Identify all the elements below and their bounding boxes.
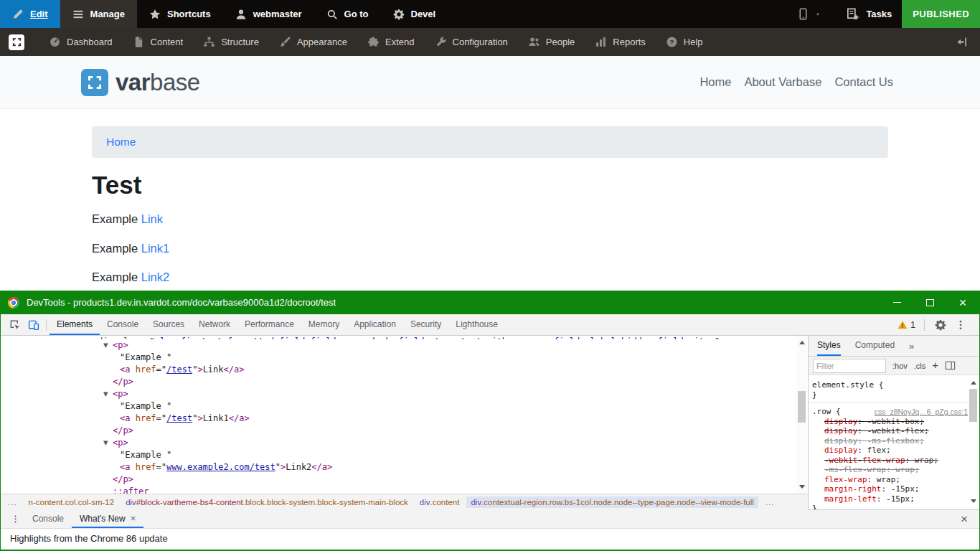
- devtools-tab-network[interactable]: Network: [192, 314, 237, 335]
- inspect-element-button[interactable]: [6, 316, 24, 334]
- minimize-button[interactable]: [880, 291, 913, 314]
- devtools-tab-performance[interactable]: Performance: [237, 314, 301, 335]
- admin-toolbar-item-webmaster[interactable]: webmaster: [223, 0, 314, 28]
- devtools-tab-elements[interactable]: Elements: [50, 314, 100, 335]
- admin-tray-item-structure[interactable]: Structure: [193, 28, 269, 56]
- admin-tray-item-help[interactable]: ?Help: [656, 28, 713, 56]
- devtools-tab-sources[interactable]: Sources: [146, 314, 192, 335]
- style-property[interactable]: flex-wrap: wrap;: [812, 475, 969, 485]
- site-nav-link-contact-us[interactable]: Contact Us: [834, 75, 893, 89]
- breadcrumb-home-link[interactable]: Home: [106, 136, 136, 149]
- dom-tree-line[interactable]: "Example ": [1, 352, 808, 364]
- devtools-tab-lighthouse[interactable]: Lighthouse: [448, 314, 505, 335]
- admin-tray-item-appearance[interactable]: Appearance: [269, 28, 357, 56]
- style-property[interactable]: display: -webkit-flex;: [812, 426, 969, 436]
- styles-sidebar-tab-computed[interactable]: Computed: [855, 336, 895, 356]
- styles-sidebar-tab-styles[interactable]: Styles: [817, 336, 841, 356]
- drawer-menu-button[interactable]: [6, 510, 24, 528]
- dom-crumb[interactable]: div.content: [415, 496, 464, 508]
- dom-crumb[interactable]: div.contextual-region.row.bs-1col.node.n…: [466, 496, 758, 508]
- scroll-down-arrow[interactable]: [968, 496, 979, 507]
- kebab-menu-icon: [11, 514, 20, 524]
- paragraph-link-link2[interactable]: Link2: [141, 270, 169, 283]
- content-paragraph: Example Link1: [92, 241, 169, 255]
- admin-toolbar-item-devel[interactable]: Devel: [381, 0, 448, 28]
- toggle-element-classes-button[interactable]: .cls: [914, 362, 926, 370]
- scroll-up-arrow[interactable]: [796, 337, 807, 348]
- toggle-pseudo-classes-button[interactable]: :hov: [892, 362, 908, 370]
- style-property[interactable]: margin-right: -15px;: [812, 484, 969, 494]
- paragraph-link-link1[interactable]: Link1: [141, 242, 169, 255]
- toggle-device-toolbar-button[interactable]: [24, 316, 43, 334]
- close-tab-icon[interactable]: [131, 513, 136, 524]
- site-logo[interactable]: varbase: [81, 69, 200, 96]
- dom-crumb[interactable]: ...: [4, 496, 22, 508]
- site-nav-link-home[interactable]: Home: [699, 75, 731, 89]
- styles-scrollbar[interactable]: [968, 376, 979, 508]
- devtools-menu-button[interactable]: [953, 316, 968, 334]
- new-style-rule-button[interactable]: +: [932, 359, 938, 370]
- more-tabs-chevron[interactable]: »: [909, 336, 914, 356]
- dom-tree-line[interactable]: "Example ": [1, 400, 808, 413]
- devtools-titlebar[interactable]: DevTools - products1.dev.in.vardot.com/d…: [1, 291, 979, 314]
- dom-tree-line[interactable]: <a href="/test">Link1</a>: [1, 413, 808, 425]
- devtools-tab-memory[interactable]: Memory: [301, 314, 347, 335]
- collapse-tray-button[interactable]: [943, 28, 980, 56]
- dom-tree-line[interactable]: </p>: [1, 376, 808, 388]
- admin-toolbar-item-label: Shortcuts: [167, 9, 211, 19]
- admin-tray-item-extend[interactable]: Extend: [357, 28, 424, 56]
- scroll-down-arrow[interactable]: [796, 481, 807, 492]
- responsive-preview-button[interactable]: [783, 0, 836, 28]
- elements-scrollbar[interactable]: [796, 336, 807, 494]
- admin-toolbar-item-edit[interactable]: Edit: [0, 0, 60, 28]
- admin-tray-item-dashboard[interactable]: Dashboard: [39, 28, 123, 56]
- tasks-button[interactable]: Tasks: [836, 0, 902, 28]
- close-drawer-button[interactable]: [955, 510, 974, 528]
- admin-tray-item-reports[interactable]: Reports: [585, 28, 656, 56]
- warnings-counter[interactable]: 1: [897, 320, 915, 330]
- style-property[interactable]: -ms-flex-wrap: wrap;: [812, 465, 969, 475]
- paragraph-link-link[interactable]: Link: [141, 212, 163, 225]
- admin-tray-home-button[interactable]: [0, 28, 33, 56]
- admin-toolbar-item-shortcuts[interactable]: Shortcuts: [137, 0, 223, 28]
- dom-tree-line[interactable]: <a href="www.example2.com/test">Link2</a…: [1, 461, 808, 474]
- devtools-tab-console[interactable]: Console: [100, 314, 146, 335]
- styles-filter-input[interactable]: [813, 359, 886, 373]
- published-status-badge[interactable]: PUBLISHED: [902, 0, 980, 28]
- dom-crumb[interactable]: div#block-vartheme-bs4-content.block.blo…: [121, 496, 413, 508]
- close-button[interactable]: [946, 291, 979, 314]
- drawer-tab-console[interactable]: Console: [24, 510, 72, 528]
- scrollbar-thumb[interactable]: [798, 391, 806, 423]
- admin-tray-item-configuration[interactable]: Configuration: [425, 28, 518, 56]
- scroll-up-arrow[interactable]: [968, 377, 979, 388]
- devtools-settings-button[interactable]: [933, 316, 948, 334]
- rule-selector[interactable]: element.style {: [812, 380, 969, 390]
- style-property[interactable]: -webkit-flex-wrap: wrap;: [812, 456, 969, 466]
- maximize-button[interactable]: [913, 291, 946, 314]
- style-property[interactable]: display: -webkit-box;: [812, 417, 969, 427]
- dom-tree-line[interactable]: "Example ": [1, 449, 808, 461]
- devtools-tab-application[interactable]: Application: [347, 314, 403, 335]
- dom-tree-line[interactable]: </p>: [1, 474, 808, 486]
- admin-tray-item-content[interactable]: Content: [123, 28, 194, 56]
- stylesheet-source-link[interactable]: css_z8NoyJq…6_pZg.css:1: [875, 408, 968, 418]
- drawer-tab-what-s-new[interactable]: What's New: [72, 510, 143, 528]
- dom-tree-line[interactable]: </p>: [1, 425, 808, 437]
- style-property[interactable]: display: -ms-flexbox;: [812, 436, 969, 446]
- dom-tree-line[interactable]: <a href="/test">Link</a>: [1, 364, 808, 376]
- dom-tree-line[interactable]: ▼<p>: [1, 437, 808, 449]
- devtools-tab-security[interactable]: Security: [403, 314, 448, 335]
- dom-tree-line[interactable]: ▼<p>: [1, 339, 808, 352]
- dom-tree-line[interactable]: ::after: [1, 486, 808, 494]
- admin-toolbar-item-go-to[interactable]: Go to: [314, 0, 381, 28]
- sidebar-layout-icon[interactable]: [945, 361, 956, 370]
- scrollbar-thumb[interactable]: [969, 389, 977, 422]
- admin-tray-item-people[interactable]: People: [518, 28, 585, 56]
- style-property[interactable]: margin-left: -15px;: [812, 494, 969, 504]
- dom-tree-line[interactable]: ▼<p>: [1, 388, 808, 400]
- dom-crumb[interactable]: ...: [761, 496, 779, 508]
- dom-crumb[interactable]: n-content.col.col-sm-12: [24, 496, 119, 508]
- admin-toolbar-item-manage[interactable]: Manage: [60, 0, 137, 28]
- site-nav-link-about-varbase[interactable]: About Varbase: [744, 75, 821, 89]
- style-property[interactable]: display: flex;: [812, 446, 969, 456]
